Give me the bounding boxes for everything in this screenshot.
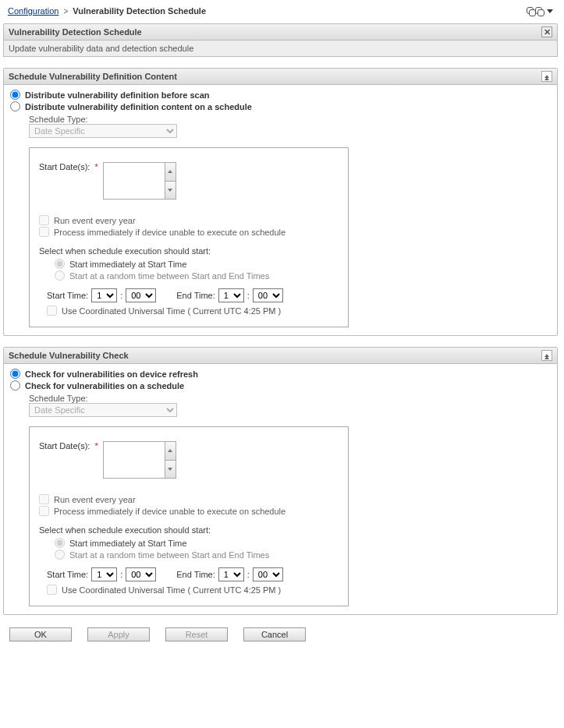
start-time-label: Start Time: [47, 570, 88, 579]
chk-run-every-year[interactable] [39, 215, 49, 225]
radio-label[interactable]: Start at a random time between Start and… [69, 550, 269, 560]
chk-run-every-year[interactable] [39, 494, 49, 504]
close-icon[interactable]: ✕ [541, 27, 552, 37]
breadcrumb-sep-icon: > [63, 7, 68, 16]
page-description: Update vulnerability data and detection … [3, 41, 558, 57]
schedule-type-select[interactable]: Date Specific [29, 124, 177, 138]
radio-start-immediately[interactable] [55, 259, 65, 269]
chevron-up-icon [168, 170, 172, 173]
radio-label[interactable]: Check for vulnerabilities on device refr… [25, 369, 198, 379]
start-min-select[interactable]: 00 [126, 567, 156, 581]
schedule-details-box: Start Date(s): * Run event every year Pr… [29, 147, 349, 327]
radio-start-random[interactable] [55, 270, 65, 281]
panel-header: Schedule Vulnerability Definition Conten… [4, 69, 557, 85]
chevron-up-icon [168, 449, 172, 452]
chk-label[interactable]: Run event every year [54, 495, 136, 504]
required-asterisk: * [94, 441, 98, 451]
collapse-icon[interactable] [541, 350, 552, 361]
chk-utc[interactable] [47, 585, 57, 595]
schedule-type-label: Schedule Type: [29, 394, 551, 403]
chk-label[interactable]: Run event every year [54, 216, 136, 225]
schedule-type-select[interactable]: Date Specific [29, 403, 177, 417]
title-bar: Vulnerability Detection Schedule ✕ [3, 23, 558, 41]
start-dates-label: Start Date(s): [39, 441, 90, 451]
link-icon[interactable] [535, 7, 542, 15]
reset-button[interactable]: Reset [165, 627, 228, 641]
time-colon: : [120, 291, 122, 300]
breadcrumb: Configuration > Vulnerability Detection … [3, 3, 558, 19]
start-hour-select[interactable]: 1 [91, 288, 117, 302]
chk-label[interactable]: Use Coordinated Universal Time ( Current… [62, 306, 281, 316]
panel-definition-content: Schedule Vulnerability Definition Conten… [3, 68, 558, 336]
time-colon: : [120, 570, 122, 579]
chevron-down-icon [168, 468, 172, 471]
radio-label[interactable]: Start immediately at Start Time [69, 539, 186, 548]
required-asterisk: * [94, 162, 98, 171]
start-dates-label: Start Date(s): [39, 162, 90, 171]
radio-start-random[interactable] [55, 550, 65, 560]
dropdown-caret-icon[interactable] [547, 9, 553, 13]
time-colon: : [247, 570, 250, 579]
breadcrumb-link-configuration[interactable]: Configuration [8, 6, 59, 16]
page-link-tools [527, 7, 553, 15]
panel-header: Schedule Vulnerability Check [4, 348, 557, 364]
schedule-details-box: Start Date(s): * Run event every year Pr… [29, 426, 349, 606]
spin-up-button[interactable] [165, 162, 176, 182]
chk-label[interactable]: Use Coordinated Universal Time ( Current… [62, 585, 281, 595]
exec-start-heading: Select when schedule execution should st… [39, 246, 339, 256]
radio-label[interactable]: Start at a random time between Start and… [69, 271, 269, 281]
spin-down-button[interactable] [165, 182, 176, 200]
end-min-select[interactable]: 00 [253, 567, 283, 581]
button-row: OK Apply Reset Cancel [3, 627, 558, 641]
exec-start-heading: Select when schedule execution should st… [39, 525, 339, 535]
chk-process-immediately[interactable] [39, 506, 49, 516]
panel-vulnerability-check: Schedule Vulnerability Check Check for v… [3, 347, 558, 615]
start-min-select[interactable]: 00 [126, 288, 156, 302]
panel-title: Schedule Vulnerability Definition Conten… [9, 72, 177, 81]
radio-distribute-on-schedule[interactable] [10, 101, 20, 111]
chk-label[interactable]: Process immediately if device unable to … [54, 507, 286, 516]
chk-process-immediately[interactable] [39, 227, 49, 237]
radio-check-on-refresh[interactable] [10, 369, 20, 379]
radio-label[interactable]: Start immediately at Start Time [69, 260, 186, 269]
link-icon[interactable] [527, 7, 534, 15]
breadcrumb-current: Vulnerability Detection Schedule [73, 6, 206, 16]
panel-title: Schedule Vulnerability Check [9, 351, 129, 360]
apply-button[interactable]: Apply [87, 627, 150, 641]
chk-utc[interactable] [47, 306, 57, 316]
ok-button[interactable]: OK [9, 627, 72, 641]
end-time-label: End Time: [176, 570, 215, 579]
chevron-down-icon [168, 189, 172, 192]
spin-down-button[interactable] [165, 461, 176, 479]
start-hour-select[interactable]: 1 [91, 567, 117, 581]
end-min-select[interactable]: 00 [253, 288, 283, 302]
page-title: Vulnerability Detection Schedule [9, 27, 142, 37]
end-hour-select[interactable]: 1 [218, 567, 244, 581]
schedule-type-label: Schedule Type: [29, 115, 551, 124]
radio-label[interactable]: Distribute vulnerability definition befo… [25, 90, 210, 100]
radio-check-on-schedule[interactable] [10, 380, 20, 391]
start-dates-list[interactable] [103, 441, 165, 479]
end-hour-select[interactable]: 1 [218, 288, 244, 302]
radio-label[interactable]: Check for vulnerabilities on a schedule [25, 381, 184, 391]
chk-label[interactable]: Process immediately if device unable to … [54, 228, 286, 237]
end-time-label: End Time: [176, 291, 215, 300]
radio-distribute-before-scan[interactable] [10, 90, 20, 100]
time-colon: : [247, 291, 250, 300]
start-time-label: Start Time: [47, 291, 88, 300]
start-dates-list[interactable] [103, 162, 165, 200]
collapse-icon[interactable] [541, 71, 552, 82]
radio-start-immediately[interactable] [55, 538, 65, 548]
radio-label[interactable]: Distribute vulnerability definition cont… [25, 102, 252, 111]
spin-up-button[interactable] [165, 441, 176, 461]
cancel-button[interactable]: Cancel [243, 627, 306, 641]
